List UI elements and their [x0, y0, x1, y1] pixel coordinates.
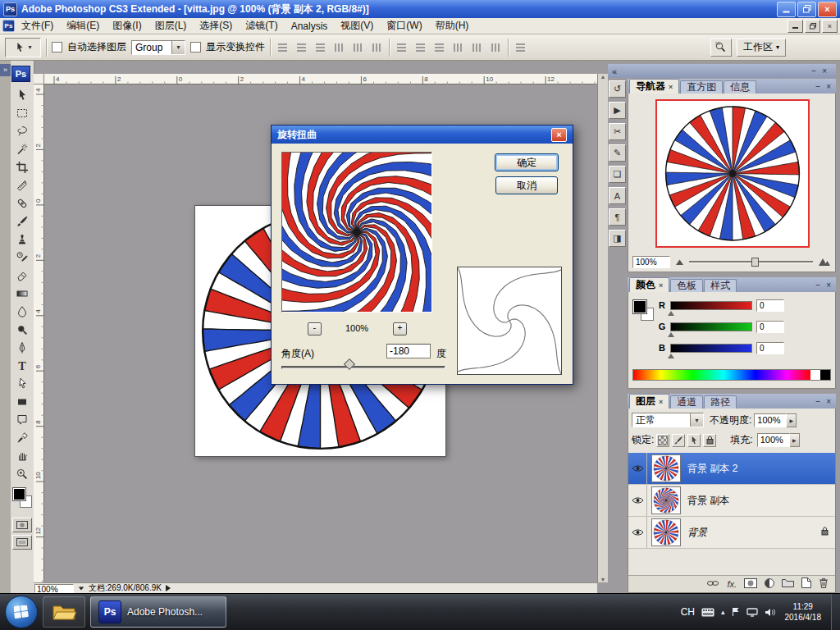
dock-icon-history[interactable]: ↺ — [609, 80, 626, 98]
doc-restore-button[interactable] — [805, 20, 820, 33]
tool-eyedropper-button[interactable] — [12, 429, 33, 447]
dock-icon-layer-comps[interactable]: ❏ — [609, 166, 626, 183]
tool-notes-button[interactable] — [12, 411, 33, 429]
layer-style-button[interactable]: fx. — [727, 579, 737, 589]
align-left-button[interactable] — [332, 41, 346, 54]
tab-layers[interactable]: 图层 × — [629, 394, 669, 409]
panel-minimize-icon[interactable]: − — [815, 281, 820, 290]
scroll-down-icon[interactable]: ▼ — [600, 577, 606, 582]
dock-icon-brushes[interactable]: ✎ — [609, 144, 626, 162]
menu-help[interactable]: 帮助(H) — [429, 17, 476, 34]
tab-close-icon[interactable]: × — [659, 398, 663, 406]
menu-image[interactable]: 图像(I) — [106, 17, 148, 34]
collapse-toolbox-button[interactable]: » — [0, 64, 11, 76]
filter-preview[interactable] — [281, 152, 432, 313]
tool-pen-button[interactable] — [12, 339, 33, 357]
dock-minimize-icon[interactable]: − — [811, 66, 816, 75]
blue-value-field[interactable]: 0 — [756, 342, 784, 354]
menu-filter[interactable]: 滤镜(T) — [239, 17, 284, 34]
current-tool-chip[interactable]: ▾ — [5, 38, 41, 57]
group-select[interactable]: Group ▾ — [131, 40, 185, 55]
navigator-zoom-field[interactable]: 100% — [632, 256, 670, 268]
angle-slider[interactable] — [281, 366, 445, 369]
tab-swatches[interactable]: 色板 — [670, 279, 703, 292]
blue-slider-thumb[interactable] — [668, 354, 674, 358]
keyboard-icon[interactable] — [701, 608, 714, 617]
lock-transparency-button[interactable] — [656, 434, 669, 447]
red-slider-thumb[interactable] — [668, 311, 674, 316]
tool-slice-button[interactable] — [12, 176, 33, 194]
tool-magic-wand-button[interactable] — [12, 140, 33, 158]
red-slider[interactable] — [670, 301, 752, 310]
tool-marquee-button[interactable] — [12, 104, 33, 122]
tool-shape-button[interactable] — [12, 393, 33, 411]
tool-healing-brush-button[interactable] — [12, 194, 33, 212]
red-value-field[interactable]: 0 — [756, 299, 784, 312]
blue-slider[interactable] — [670, 344, 752, 353]
color-ramp[interactable] — [632, 369, 831, 381]
title-bar[interactable]: Ps Adobe Photoshop CS3 Extended - [vitta… — [0, 0, 840, 18]
panel-minimize-icon[interactable]: − — [815, 397, 820, 406]
menu-view[interactable]: 视图(V) — [334, 17, 380, 34]
tab-paths[interactable]: 路径 — [704, 395, 737, 409]
tool-move-button[interactable] — [12, 86, 33, 104]
navigator-zoom-slider-thumb[interactable] — [751, 258, 759, 267]
lock-pixels-button[interactable] — [672, 434, 685, 447]
align-hcenter-button[interactable] — [351, 41, 365, 54]
angle-input[interactable] — [386, 344, 431, 358]
tab-info[interactable]: 信息 — [724, 80, 756, 94]
adjustment-layer-button[interactable] — [765, 578, 774, 591]
green-value-field[interactable]: 0 — [756, 321, 784, 333]
tab-channels[interactable]: 通道 — [670, 395, 703, 409]
bridge-button[interactable] — [710, 39, 732, 57]
layer-row-bg-copy2[interactable]: 背景 副本 2 — [628, 453, 835, 485]
workspace-button[interactable]: 工作区 ▾ — [737, 39, 786, 57]
tool-gradient-button[interactable] — [12, 285, 33, 303]
new-layer-button[interactable] — [801, 578, 811, 591]
ruler-origin-box[interactable] — [34, 74, 44, 84]
menu-analysis[interactable]: Analysis — [285, 19, 335, 34]
photoshop-taskbar-button[interactable]: Ps Adobe Photosh... — [90, 596, 226, 628]
dialog-close-button[interactable]: × — [551, 128, 567, 142]
align-bottom-button[interactable] — [313, 41, 327, 54]
navigator-zoom-slider[interactable] — [689, 257, 813, 267]
distribute-left-button[interactable] — [451, 41, 465, 54]
ps-logo[interactable]: Ps — [11, 66, 30, 82]
tool-crop-button[interactable] — [12, 158, 33, 176]
layer-row-bg-copy[interactable]: 背景 副本 — [628, 485, 835, 517]
scroll-up-icon[interactable]: ▲ — [600, 74, 606, 80]
layer-thumbnail[interactable] — [651, 454, 681, 482]
panel-close-icon[interactable]: × — [826, 281, 831, 290]
tab-close-icon[interactable]: × — [659, 281, 663, 290]
tool-dodge-button[interactable] — [12, 321, 33, 339]
restore-button[interactable] — [797, 2, 816, 17]
green-slider-thumb[interactable] — [668, 332, 674, 337]
distribute-hcenter-button[interactable] — [470, 41, 484, 54]
menu-select[interactable]: 选择(S) — [193, 17, 239, 34]
tab-navigator[interactable]: 导航器 × — [629, 79, 679, 94]
visibility-toggle[interactable] — [628, 485, 647, 516]
layer-thumbnail[interactable] — [651, 486, 681, 514]
tool-eraser-button[interactable] — [12, 267, 33, 285]
tab-close-icon[interactable]: × — [669, 83, 673, 91]
dock-icon-tool-presets[interactable]: ✂ — [609, 123, 626, 140]
align-right-button[interactable] — [370, 41, 384, 54]
tool-clone-stamp-button[interactable] — [12, 231, 33, 249]
tool-history-brush-button[interactable] — [12, 249, 33, 267]
menu-edit[interactable]: 编辑(E) — [60, 17, 106, 34]
preview-zoom-in-button[interactable]: + — [393, 322, 407, 336]
tool-path-select-button[interactable] — [12, 375, 33, 393]
foreground-color-swatch[interactable] — [13, 488, 25, 500]
menu-file[interactable]: 文件(F) — [15, 17, 60, 34]
dock-close-icon[interactable]: × — [822, 66, 827, 75]
layer-thumbnail[interactable] — [651, 518, 681, 546]
green-slider[interactable] — [670, 322, 752, 331]
language-indicator[interactable]: CH — [681, 606, 695, 618]
collapse-dock-button[interactable]: « — [612, 66, 617, 76]
tool-brush-button[interactable] — [12, 212, 33, 231]
status-zoom-dropdown-icon[interactable] — [79, 587, 84, 590]
quick-mask-button[interactable] — [12, 518, 32, 532]
show-desktop-button[interactable] — [831, 594, 840, 630]
zoom-in-icon[interactable] — [818, 257, 831, 267]
tool-blur-button[interactable] — [12, 303, 33, 321]
